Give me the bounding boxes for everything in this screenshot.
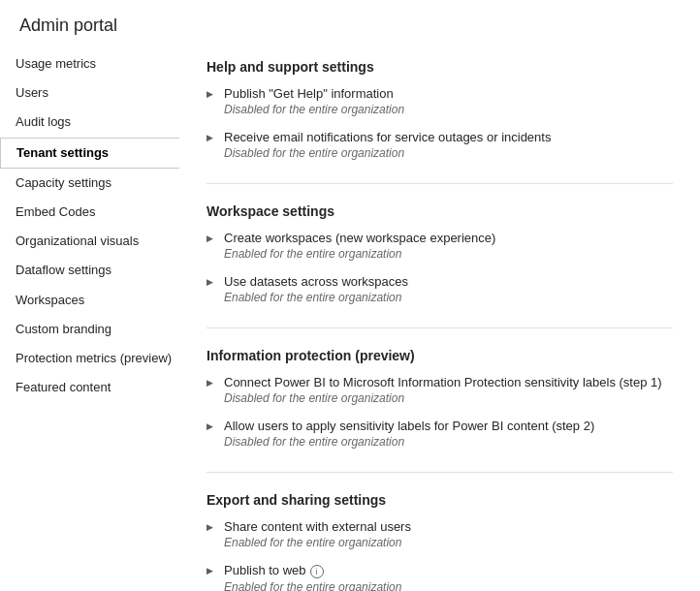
setting-status-publish-to-web: Enabled for the entire organization: [224, 580, 673, 591]
sidebar-item-protection-metrics[interactable]: Protection metrics (preview): [0, 344, 179, 373]
setting-item-connect-power-bi: Connect Power BI to Microsoft Informatio…: [207, 375, 673, 405]
sidebar-item-capacity-settings[interactable]: Capacity settings: [0, 169, 179, 198]
setting-status-connect-power-bi: Disabled for the entire organization: [224, 391, 673, 405]
sidebar-item-featured-content[interactable]: Featured content: [0, 373, 179, 402]
setting-label-allow-sensitivity-labels: Allow users to apply sensitivity labels …: [224, 419, 594, 433]
sidebar-item-custom-branding[interactable]: Custom branding: [0, 315, 179, 344]
setting-label-publish-get-help: Publish "Get Help" information: [224, 86, 394, 101]
chevron-icon-allow-sensitivity-labels[interactable]: [207, 420, 218, 431]
setting-row-publish-get-help: Publish "Get Help" information: [207, 86, 673, 101]
setting-status-share-external: Enabled for the entire organization: [224, 536, 673, 549]
section-export-sharing: Export and sharing settingsShare content…: [207, 492, 673, 591]
setting-label-publish-to-web: Publish to webi: [224, 563, 324, 578]
section-help-support: Help and support settingsPublish "Get He…: [207, 59, 673, 160]
chevron-icon-publish-to-web[interactable]: [207, 565, 218, 575]
setting-item-publish-to-web: Publish to webiEnabled for the entire or…: [207, 563, 673, 591]
setting-status-use-datasets: Enabled for the entire organization: [224, 291, 673, 304]
setting-item-allow-sensitivity-labels: Allow users to apply sensitivity labels …: [207, 419, 673, 449]
section-title-workspace-settings: Workspace settings: [207, 203, 673, 219]
section-divider-1: [207, 327, 673, 328]
setting-status-create-workspaces: Enabled for the entire organization: [224, 247, 673, 261]
chevron-icon-share-external[interactable]: [207, 521, 218, 532]
section-divider-2: [207, 472, 673, 473]
sidebar: Usage metricsUsersAudit logsTenant setti…: [0, 46, 179, 591]
setting-row-connect-power-bi: Connect Power BI to Microsoft Informatio…: [207, 375, 673, 389]
setting-label-email-notifications: Receive email notifications for service …: [224, 130, 551, 144]
info-icon-publish-to-web[interactable]: i: [310, 565, 324, 578]
sidebar-item-audit-logs[interactable]: Audit logs: [0, 108, 179, 137]
setting-item-publish-get-help: Publish "Get Help" informationDisabled f…: [207, 86, 673, 116]
setting-row-allow-sensitivity-labels: Allow users to apply sensitivity labels …: [207, 419, 673, 433]
setting-item-use-datasets: Use datasets across workspacesEnabled fo…: [207, 274, 673, 304]
sidebar-item-users[interactable]: Users: [0, 78, 179, 108]
main-content: Help and support settingsPublish "Get He…: [179, 46, 700, 591]
setting-row-publish-to-web: Publish to webi: [207, 563, 673, 578]
chevron-icon-publish-get-help[interactable]: [207, 88, 218, 99]
setting-row-share-external: Share content with external users: [207, 519, 673, 534]
setting-label-create-workspaces: Create workspaces (new workspace experie…: [224, 231, 495, 245]
section-title-information-protection: Information protection (preview): [207, 348, 673, 363]
sidebar-item-organizational-visuals[interactable]: Organizational visuals: [0, 227, 179, 256]
section-title-export-sharing: Export and sharing settings: [207, 492, 673, 508]
setting-label-share-external: Share content with external users: [224, 519, 411, 534]
setting-row-use-datasets: Use datasets across workspaces: [207, 274, 673, 289]
setting-item-share-external: Share content with external usersEnabled…: [207, 519, 673, 549]
chevron-icon-use-datasets[interactable]: [207, 276, 218, 287]
setting-label-connect-power-bi: Connect Power BI to Microsoft Informatio…: [224, 375, 662, 389]
section-title-help-support: Help and support settings: [207, 59, 673, 75]
sidebar-item-tenant-settings[interactable]: Tenant settings: [0, 138, 179, 169]
setting-row-create-workspaces: Create workspaces (new workspace experie…: [207, 231, 673, 245]
setting-status-email-notifications: Disabled for the entire organization: [224, 146, 673, 160]
section-workspace-settings: Workspace settingsCreate workspaces (new…: [207, 203, 673, 304]
chevron-icon-connect-power-bi[interactable]: [207, 377, 218, 388]
setting-row-email-notifications: Receive email notifications for service …: [207, 130, 673, 144]
section-divider-0: [207, 183, 673, 184]
sidebar-item-workspaces[interactable]: Workspaces: [0, 286, 179, 315]
sidebar-item-embed-codes[interactable]: Embed Codes: [0, 198, 179, 227]
setting-status-publish-get-help: Disabled for the entire organization: [224, 103, 673, 116]
section-information-protection: Information protection (preview)Connect …: [207, 348, 673, 449]
chevron-icon-create-workspaces[interactable]: [207, 233, 218, 243]
setting-status-allow-sensitivity-labels: Disabled for the entire organization: [224, 435, 673, 449]
sidebar-item-dataflow-settings[interactable]: Dataflow settings: [0, 256, 179, 285]
chevron-icon-email-notifications[interactable]: [207, 132, 218, 142]
setting-item-create-workspaces: Create workspaces (new workspace experie…: [207, 231, 673, 261]
sidebar-item-usage-metrics[interactable]: Usage metrics: [0, 49, 179, 78]
setting-item-email-notifications: Receive email notifications for service …: [207, 130, 673, 160]
setting-label-use-datasets: Use datasets across workspaces: [224, 274, 408, 289]
page-title: Admin portal: [0, 0, 700, 46]
